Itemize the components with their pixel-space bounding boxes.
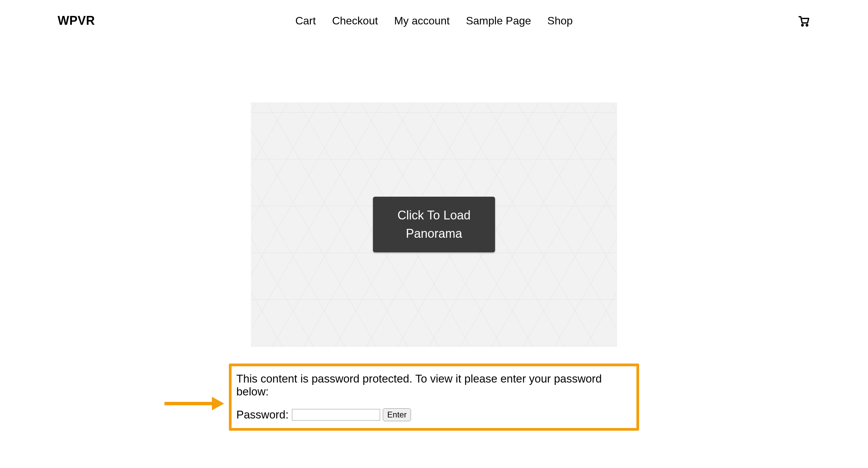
protected-message: This content is password protected. To v…	[236, 372, 632, 398]
primary-nav: Cart Checkout My account Sample Page Sho…	[295, 15, 573, 27]
nav-link-cart[interactable]: Cart	[295, 15, 316, 27]
panorama-placeholder: Click To Load Panorama	[251, 102, 617, 347]
arrow-line-icon	[164, 402, 212, 405]
nav-link-my-account[interactable]: My account	[394, 15, 450, 27]
password-form: Password: Enter	[236, 408, 632, 421]
password-protected-section: This content is password protected. To v…	[229, 364, 639, 431]
password-input[interactable]	[292, 409, 380, 421]
nav-link-shop[interactable]: Shop	[547, 15, 573, 27]
arrow-head-icon	[212, 397, 224, 410]
load-panorama-button[interactable]: Click To Load Panorama	[373, 197, 495, 252]
nav-link-checkout[interactable]: Checkout	[332, 15, 378, 27]
annotation-arrow	[164, 397, 224, 410]
enter-button[interactable]: Enter	[383, 408, 411, 421]
main-content: Click To Load Panorama This content is p…	[0, 102, 868, 431]
annotation-highlight-box: This content is password protected. To v…	[229, 364, 639, 431]
site-title[interactable]: WPVR	[58, 14, 95, 28]
cart-icon	[797, 14, 810, 27]
password-label: Password:	[236, 408, 289, 421]
svg-point-0	[802, 24, 803, 26]
nav-link-sample-page[interactable]: Sample Page	[466, 15, 531, 27]
cart-button[interactable]	[797, 14, 810, 27]
site-header: WPVR Cart Checkout My account Sample Pag…	[0, 0, 868, 35]
svg-point-1	[806, 24, 808, 26]
